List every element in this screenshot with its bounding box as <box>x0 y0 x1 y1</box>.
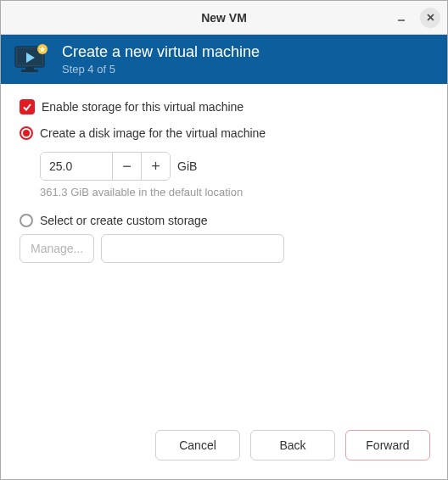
create-disk-radio[interactable] <box>20 126 33 140</box>
custom-storage-row: Select or create custom storage <box>20 214 428 227</box>
custom-storage-controls: Manage... <box>20 234 428 263</box>
minimize-button[interactable] <box>391 8 412 28</box>
manage-button[interactable]: Manage... <box>20 234 94 263</box>
svg-rect-7 <box>21 70 38 72</box>
custom-storage-radio[interactable] <box>20 214 33 227</box>
back-button[interactable]: Back <box>250 430 335 460</box>
content-area: Enable storage for this virtual machine … <box>1 84 447 418</box>
disk-size-input[interactable] <box>41 153 112 180</box>
svg-rect-6 <box>25 67 34 70</box>
disk-size-spinner: − + <box>40 152 171 181</box>
enable-storage-row: Enable storage for this virtual machine <box>20 99 428 114</box>
wizard-step: Step 4 of 5 <box>62 63 260 75</box>
create-disk-label: Create a disk image for the virtual mach… <box>40 126 266 140</box>
footer: Cancel Back Forward <box>1 418 447 479</box>
header-text: Create a new virtual machine Step 4 of 5 <box>62 43 260 75</box>
titlebar: New VM <box>1 1 447 35</box>
window-title: New VM <box>1 11 447 25</box>
window-controls <box>391 8 440 28</box>
disk-size-decrement[interactable]: − <box>112 153 141 180</box>
enable-storage-label: Enable storage for this virtual machine <box>42 100 244 114</box>
custom-storage-label: Select or create custom storage <box>40 214 208 227</box>
wizard-header: Create a new virtual machine Step 4 of 5 <box>1 35 447 84</box>
wizard-title: Create a new virtual machine <box>62 43 260 61</box>
enable-storage-checkbox[interactable] <box>20 99 35 114</box>
custom-path-input[interactable] <box>101 234 284 263</box>
disk-size-increment[interactable]: + <box>141 153 170 180</box>
monitor-icon <box>14 44 50 75</box>
create-disk-row: Create a disk image for the virtual mach… <box>20 126 428 140</box>
cancel-button[interactable]: Cancel <box>155 430 240 460</box>
disk-size-row: − + GiB <box>40 152 428 181</box>
disk-size-unit: GiB <box>177 159 197 173</box>
close-button[interactable] <box>420 8 440 28</box>
available-hint: 361.3 GiB available in the default locat… <box>40 186 428 198</box>
forward-button[interactable]: Forward <box>345 430 430 460</box>
